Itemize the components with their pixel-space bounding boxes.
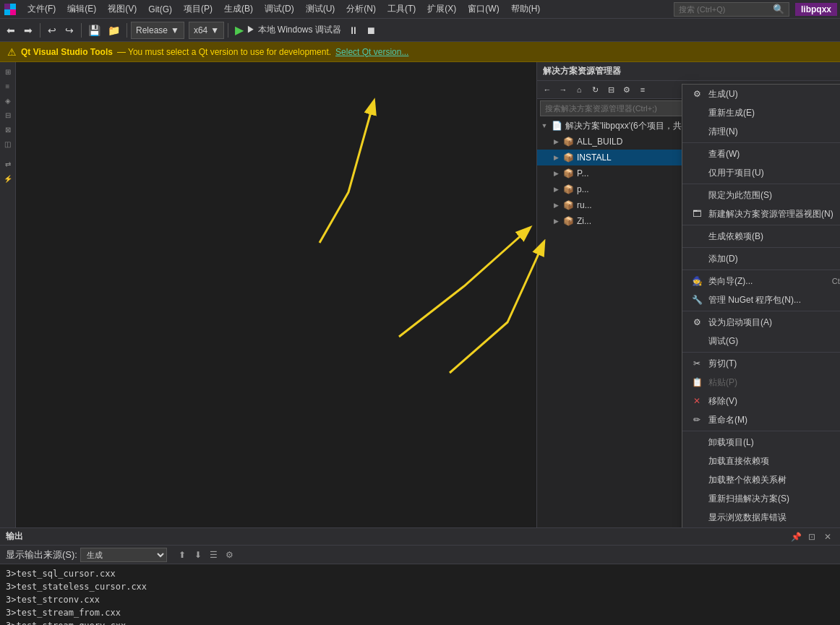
run-button[interactable]: ▶ ▶ 本地 Windows 调试器 bbox=[232, 22, 344, 38]
ctx-rename[interactable]: ✏ 重命名(M) F2 bbox=[682, 410, 840, 429]
paste-icon: 📋 bbox=[691, 376, 703, 388]
ctx-unload[interactable]: 卸载项目(L) bbox=[682, 433, 840, 452]
add-icon bbox=[691, 253, 703, 264]
toolbar-properties[interactable]: ⚙ bbox=[620, 82, 634, 97]
profile-badge[interactable]: libpqxx bbox=[795, 3, 837, 16]
save-btn[interactable]: 💾 bbox=[85, 22, 103, 39]
sep3 bbox=[127, 23, 127, 38]
expand-icon-2: ▶ bbox=[552, 153, 560, 162]
menu-build[interactable]: 生成(B) bbox=[218, 1, 259, 17]
ctx-remove[interactable]: ✕ 移除(V) Del bbox=[682, 392, 840, 410]
ctx-startup[interactable]: ⚙ 设为启动项目(A) bbox=[682, 313, 840, 332]
undo-btn[interactable]: ↩ bbox=[44, 22, 60, 39]
ctx-clean[interactable]: 清理(N) bbox=[682, 122, 840, 141]
menu-git[interactable]: Git(G) bbox=[142, 3, 178, 16]
sep4 bbox=[228, 23, 228, 38]
sidebar-icon-8[interactable]: ⚡ bbox=[1, 172, 14, 185]
output-toolbar-btn1[interactable]: ⬆ bbox=[176, 548, 189, 561]
ctx-project-only[interactable]: 仅用于项目(U) ▶ bbox=[682, 163, 840, 182]
sidebar-icon-2[interactable]: ≡ bbox=[1, 79, 14, 92]
ctx-unload-label: 卸载项目(L) bbox=[708, 436, 754, 449]
sep2 bbox=[81, 23, 82, 38]
menu-analyze[interactable]: 分析(N) bbox=[340, 1, 382, 17]
arch-label: x64 bbox=[194, 25, 207, 35]
main-area: ⊞ ≡ ◈ ⊟ ⊠ ◫ ⇄ ⚡ 解决方案资源管理器 ← bbox=[0, 62, 840, 527]
expand-icon-3: ▶ bbox=[552, 169, 560, 178]
pause-btn[interactable]: ⏸ bbox=[346, 22, 361, 39]
qt-version-link[interactable]: Select Qt version... bbox=[335, 47, 408, 57]
toolbar-home[interactable]: ⌂ bbox=[572, 82, 586, 97]
ctx-load-direct[interactable]: 加载直接依赖项 bbox=[682, 452, 840, 470]
deps-icon bbox=[691, 230, 703, 242]
sidebar-icon-7[interactable]: ⇄ bbox=[1, 158, 14, 171]
sidebar-icon-1[interactable]: ⊞ bbox=[1, 65, 14, 78]
ctx-class-wizard[interactable]: 🧙 类向导(Z)... Ctrl+Shift+X bbox=[682, 272, 840, 290]
output-toolbar-btn3[interactable]: ☰ bbox=[207, 548, 220, 561]
output-header: 输出 📌 ⊡ ✕ bbox=[0, 528, 840, 546]
ctx-show-errors[interactable]: 显示浏览数据库错误 bbox=[682, 508, 840, 527]
ctx-scope[interactable]: 限定为此范围(S) bbox=[682, 186, 840, 204]
search-box[interactable]: 🔍 bbox=[674, 2, 789, 17]
ctx-clear-errors[interactable]: 清除浏览数据库错误 bbox=[682, 527, 840, 527]
ctx-view[interactable]: 查看(W) ▶ bbox=[682, 145, 840, 163]
sep-5 bbox=[682, 270, 840, 270]
save-all-btn[interactable]: 📁 bbox=[105, 22, 123, 39]
stop-btn[interactable]: ⏹ bbox=[363, 22, 379, 39]
output-close-btn[interactable]: ✕ bbox=[821, 530, 834, 543]
menu-edit[interactable]: 编辑(E) bbox=[61, 1, 102, 17]
back-btn[interactable]: ⬅ bbox=[3, 22, 19, 39]
ctx-cut[interactable]: ✂ 剪切(T) Ctrl+X bbox=[682, 354, 840, 373]
menu-extensions[interactable]: 扩展(X) bbox=[421, 1, 462, 17]
menu-debug[interactable]: 调试(D) bbox=[259, 1, 300, 17]
output-line-2: 3>test_stateless_cursor.cxx bbox=[6, 580, 834, 593]
build-config-dropdown[interactable]: Release ▼ bbox=[131, 22, 184, 39]
ctx-rebuild[interactable]: 重新生成(E) bbox=[682, 103, 840, 122]
toolbar-refresh[interactable]: ↻ bbox=[588, 82, 602, 97]
solution-explorer-panel: 解决方案资源管理器 ← → ⌂ ↻ ⊟ ⚙ ≡ ▼ 📄 解决方案'libpqxx… bbox=[536, 62, 840, 527]
ctx-build-label: 生成(U) bbox=[708, 88, 738, 100]
output-toolbar-btn2[interactable]: ⬇ bbox=[192, 548, 205, 561]
play-icon: ▶ bbox=[235, 23, 244, 37]
menu-test[interactable]: 测试(U) bbox=[300, 1, 341, 17]
ctx-rescan[interactable]: 重新扫描解决方案(S) bbox=[682, 489, 840, 508]
sep-7 bbox=[682, 352, 840, 353]
load-direct-icon bbox=[691, 455, 703, 467]
ctx-debug[interactable]: 调试(G) ▶ bbox=[682, 332, 840, 350]
ctx-new-view[interactable]: 🗔 新建解决方案资源管理器视图(N) bbox=[682, 204, 840, 223]
menu-window[interactable]: 窗口(W) bbox=[462, 1, 505, 17]
output-source-select[interactable]: 生成 bbox=[80, 548, 167, 562]
ctx-deps[interactable]: 生成依赖项(B) ▶ bbox=[682, 227, 840, 246]
redo-btn[interactable]: ↪ bbox=[61, 22, 77, 39]
ctx-deps-label: 生成依赖项(B) bbox=[708, 230, 763, 243]
sep-1 bbox=[682, 142, 840, 143]
output-pin-btn[interactable]: 📌 bbox=[789, 530, 802, 543]
build-config-label: Release bbox=[136, 25, 168, 35]
menu-project[interactable]: 项目(P) bbox=[178, 1, 218, 17]
svg-rect-2 bbox=[4, 9, 10, 15]
ctx-load-all[interactable]: 加载整个依赖关系树 bbox=[682, 470, 840, 489]
ctx-build[interactable]: ⚙ 生成(U) bbox=[682, 85, 840, 103]
toolbar-settings[interactable]: ≡ bbox=[635, 82, 650, 97]
forward-btn[interactable]: ➡ bbox=[20, 22, 36, 39]
menu-tools[interactable]: 工具(T) bbox=[382, 1, 421, 17]
ctx-debug-label: 调试(G) bbox=[708, 335, 738, 348]
output-float-btn[interactable]: ⊡ bbox=[805, 530, 818, 543]
toolbar-forward[interactable]: → bbox=[556, 82, 570, 97]
sidebar-icon-6[interactable]: ◫ bbox=[1, 137, 14, 150]
menu-file[interactable]: 文件(F) bbox=[22, 1, 61, 17]
sidebar-icon-5[interactable]: ⊠ bbox=[1, 123, 14, 136]
sidebar-icon-4[interactable]: ⊟ bbox=[1, 108, 14, 121]
arch-dropdown[interactable]: x64 ▼ bbox=[189, 22, 224, 39]
sidebar-icon-3[interactable]: ◈ bbox=[1, 94, 14, 107]
ctx-nuget[interactable]: 🔧 管理 NuGet 程序包(N)... bbox=[682, 290, 840, 309]
toolbar-back[interactable]: ← bbox=[540, 82, 554, 97]
output-toolbar-btn4[interactable]: ⚙ bbox=[223, 548, 236, 561]
ctx-add[interactable]: 添加(D) ▶ bbox=[682, 249, 840, 268]
warning-icon: ⚠ bbox=[7, 46, 17, 58]
menu-view[interactable]: 视图(V) bbox=[102, 1, 142, 17]
menu-help[interactable]: 帮助(H) bbox=[505, 1, 547, 17]
output-title: 输出 bbox=[6, 530, 23, 543]
search-input[interactable] bbox=[679, 5, 773, 14]
qt-warning-message: — You must select a Qt version to use fo… bbox=[117, 47, 331, 57]
toolbar-collapse[interactable]: ⊟ bbox=[604, 82, 618, 97]
